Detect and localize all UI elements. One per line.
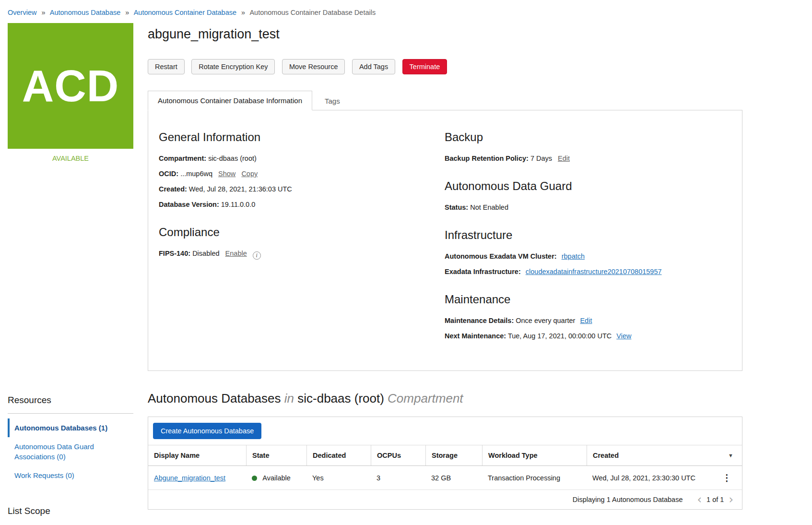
pagination: Displaying 1 Autonomous Database ‹ 1 of …	[148, 490, 742, 509]
breadcrumb-current: Autonomous Container Database Details	[249, 9, 376, 16]
sidebar-item-label: Autonomous Data Guard Associations (0)	[14, 442, 94, 461]
row-actions-kebab-icon[interactable]: ⋮	[718, 472, 736, 483]
backup-heading: Backup	[445, 131, 730, 144]
sort-descending-icon[interactable]: ▼	[728, 453, 736, 458]
column-header-ocpus[interactable]: OCPUs	[371, 445, 425, 465]
detail-tabs: Autonomous Container Database Informatio…	[148, 91, 742, 110]
move-resource-button[interactable]: Move Resource	[282, 59, 345, 74]
general-information-heading: General Information	[159, 131, 445, 144]
state-label: Available	[262, 474, 291, 482]
vm-cluster-link[interactable]: rbpatch	[562, 252, 585, 260]
compliance-heading: Compliance	[159, 226, 445, 239]
data-guard-heading: Autonomous Data Guard	[445, 179, 730, 193]
fips-label: FIPS-140:	[159, 250, 190, 257]
cell-state: Available	[246, 468, 306, 488]
maintenance-details-value: Once every quarter	[516, 317, 575, 324]
infrastructure-heading: Infrastructure	[445, 228, 730, 242]
sidebar-item-autonomous-databases[interactable]: Autonomous Databases (1)	[8, 418, 133, 437]
sidebar-item-label: Work Requests (0)	[14, 471, 74, 479]
add-tags-button[interactable]: Add Tags	[352, 59, 395, 74]
field-database-version: Database Version: 19.11.0.0.0	[159, 200, 445, 209]
data-guard-status-value: Not Enabled	[470, 203, 508, 211]
terminate-button[interactable]: Terminate	[402, 59, 447, 74]
cell-workload-type: Transaction Processing	[482, 468, 587, 488]
table-header-row: Display Name State Dedicated OCPUs Stora…	[148, 445, 742, 466]
table-row: Abgune_migration_test Available Yes 3 32…	[148, 466, 742, 490]
info-icon[interactable]: i	[253, 251, 261, 260]
info-panel: General Information Compartment: sic-dba…	[148, 110, 742, 371]
pagination-prev-icon[interactable]: ‹	[695, 496, 704, 503]
ocid-show-link[interactable]: Show	[218, 170, 235, 178]
column-header-state[interactable]: State	[246, 445, 306, 465]
field-next-maintenance: Next Maintenance: Tue, Aug 17, 2021, 00:…	[445, 331, 730, 341]
sidebar-item-data-guard-associations[interactable]: Autonomous Data Guard Associations (0)	[8, 437, 133, 466]
create-autonomous-database-button[interactable]: Create Autonomous Database	[153, 423, 261, 439]
field-maintenance-details: Maintenance Details: Once every quarter …	[445, 316, 730, 325]
page: Overview » Autonomous Database » Autonom…	[0, 0, 812, 525]
next-maintenance-view-link[interactable]: View	[616, 332, 631, 340]
next-maintenance-label: Next Maintenance:	[445, 332, 506, 340]
acd-badge: ACD	[8, 23, 133, 149]
vm-cluster-label: Autonomous Exadata VM Cluster:	[445, 252, 557, 260]
sidebar-item-work-requests[interactable]: Work Requests (0)	[8, 466, 133, 485]
restart-button[interactable]: Restart	[148, 59, 185, 74]
acd-badge-text: ACD	[22, 61, 119, 111]
availability-status: AVAILABLE	[8, 155, 133, 162]
next-maintenance-value: Tue, Aug 17, 2021, 00:00:00 UTC	[508, 332, 612, 340]
field-backup-retention: Backup Retention Policy: 7 Days Edit	[445, 154, 730, 163]
ocid-copy-link[interactable]: Copy	[241, 170, 258, 178]
page-title: abgune_migration_test	[148, 27, 742, 42]
fips-enable-link[interactable]: Enable	[225, 250, 247, 257]
column-header-storage[interactable]: Storage	[425, 445, 482, 465]
breadcrumb-link-autonomous-database[interactable]: Autonomous Database	[50, 9, 121, 16]
created-header-label: Created	[593, 452, 619, 459]
database-version-label: Database Version:	[159, 201, 219, 208]
breadcrumb-separator: »	[125, 9, 129, 16]
backup-edit-link[interactable]: Edit	[558, 155, 570, 162]
created-value: Wed, Jul 28, 2021, 21:36:03 UTC	[189, 185, 292, 193]
badge-column: ACD AVAILABLE	[8, 23, 133, 371]
column-header-display-name[interactable]: Display Name	[148, 445, 246, 465]
field-compartment: Compartment: sic-dbaas (root)	[159, 154, 445, 163]
list-scope-heading: List Scope	[8, 506, 133, 516]
resources-heading: Resources	[8, 395, 133, 414]
backup-retention-label: Backup Retention Policy:	[445, 155, 529, 162]
field-ocid: OCID: ...mup6wq Show Copy	[159, 169, 445, 179]
database-version-value: 19.11.0.0.0	[221, 201, 256, 208]
data-guard-status-label: Status:	[445, 203, 468, 211]
field-vm-cluster: Autonomous Exadata VM Cluster: rbpatch	[445, 251, 730, 261]
column-header-workload-type[interactable]: Workload Type	[482, 445, 587, 465]
heading-prefix: Autonomous Databases	[148, 391, 281, 406]
ocid-label: OCID:	[159, 170, 178, 178]
field-fips: FIPS-140: Disabled Enable i	[159, 249, 445, 260]
column-header-created[interactable]: Created ▼	[587, 445, 742, 465]
state-available-dot	[252, 476, 257, 481]
resources-list: Autonomous Databases (1) Autonomous Data…	[8, 418, 133, 485]
cell-storage: 32 GB	[425, 468, 482, 488]
pagination-next-icon[interactable]: ›	[727, 496, 735, 503]
breadcrumb: Overview » Autonomous Database » Autonom…	[0, 0, 812, 23]
ocid-value: ...mup6wq	[180, 170, 212, 178]
heading-compartment-word: Compartment	[388, 391, 463, 406]
breadcrumb-separator: »	[41, 9, 45, 16]
created-value: Wed, Jul 28, 2021, 23:30:30 UTC	[592, 474, 695, 482]
tab-tags[interactable]: Tags	[312, 92, 353, 110]
field-exadata-infrastructure: Exadata Infrastructure: cloudexadatainfr…	[445, 267, 730, 276]
compartment-value: sic-dbaas (root)	[208, 155, 257, 162]
breadcrumb-link-overview[interactable]: Overview	[8, 9, 36, 16]
compartment-label: Compartment:	[159, 155, 206, 162]
cell-ocpus: 3	[371, 468, 425, 488]
database-list-main: Autonomous Databases in sic-dbaas (root)…	[148, 391, 742, 516]
action-buttons: Restart Rotate Encryption Key Move Resou…	[148, 59, 742, 74]
rotate-encryption-key-button[interactable]: Rotate Encryption Key	[191, 59, 275, 74]
heading-in: in	[284, 391, 294, 406]
exadata-infrastructure-link[interactable]: cloudexadatainfrastructure20210708015957	[526, 268, 662, 275]
maintenance-heading: Maintenance	[445, 293, 730, 306]
tab-acd-information[interactable]: Autonomous Container Database Informatio…	[148, 91, 312, 110]
maintenance-edit-link[interactable]: Edit	[580, 317, 592, 324]
cell-display-name: Abgune_migration_test	[148, 468, 246, 488]
column-header-dedicated[interactable]: Dedicated	[306, 445, 371, 465]
database-name-link[interactable]: Abgune_migration_test	[154, 474, 225, 482]
breadcrumb-link-autonomous-container-database[interactable]: Autonomous Container Database	[134, 9, 236, 16]
field-data-guard-status: Status: Not Enabled	[445, 203, 730, 212]
